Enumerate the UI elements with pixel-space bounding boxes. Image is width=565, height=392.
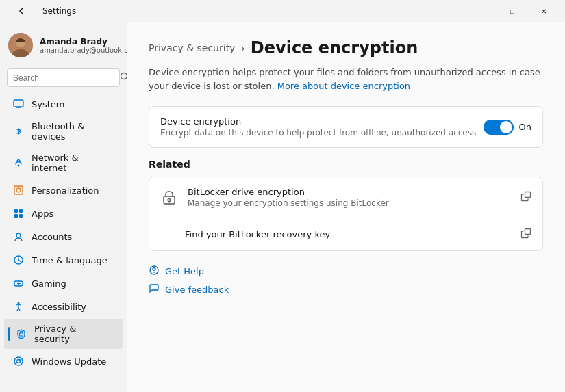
minimize-button[interactable]: — xyxy=(465,0,497,22)
sidebar-label-network: Network & internet xyxy=(32,153,114,173)
svg-point-33 xyxy=(153,272,155,273)
search-input[interactable] xyxy=(13,73,116,83)
device-encryption-card: Device encryption Encrypt data on this d… xyxy=(149,106,543,148)
apps-icon xyxy=(12,207,25,220)
personalization-icon xyxy=(12,184,25,196)
main-content: Privacy & security › Device encryption D… xyxy=(127,22,565,392)
recovery-key-title: Find your BitLocker recovery key xyxy=(185,229,330,239)
back-button[interactable] xyxy=(5,0,37,22)
close-button[interactable]: ✕ xyxy=(528,0,560,22)
svg-rect-14 xyxy=(14,214,18,218)
page-description: Device encryption helps protect your fil… xyxy=(149,66,543,92)
sidebar-item-accounts[interactable]: Accounts xyxy=(4,226,123,248)
get-help-icon xyxy=(149,265,160,278)
sidebar-item-accessibility[interactable]: Accessibility xyxy=(4,296,123,317)
sidebar-label-accessibility: Accessibility xyxy=(32,302,86,312)
svg-point-23 xyxy=(20,283,21,285)
maximize-button[interactable]: □ xyxy=(497,0,528,22)
toggle-thumb xyxy=(500,121,512,133)
breadcrumb-arrow: › xyxy=(240,42,244,55)
svg-point-4 xyxy=(121,73,127,79)
svg-line-19 xyxy=(18,260,21,261)
svg-rect-15 xyxy=(19,214,23,218)
svg-rect-6 xyxy=(14,100,23,107)
gaming-icon xyxy=(12,277,25,289)
toggle-label: On xyxy=(519,122,531,132)
active-indicator xyxy=(8,327,10,341)
recovery-key-info: Find your BitLocker recovery key xyxy=(160,229,330,239)
bluetooth-icon xyxy=(12,125,25,138)
user-profile[interactable]: Amanda Brady amanda.brady@outlook.com xyxy=(0,27,127,68)
user-email: amanda.brady@outlook.com xyxy=(40,47,127,54)
recovery-key-external-icon xyxy=(520,228,531,241)
svg-point-11 xyxy=(16,188,21,192)
breadcrumb-parent[interactable]: Privacy & security xyxy=(149,42,235,53)
bitlocker-title: BitLocker drive encryption xyxy=(188,187,389,197)
svg-rect-31 xyxy=(525,229,531,235)
toggle-track[interactable] xyxy=(484,120,514,135)
recovery-key-left: Find your BitLocker recovery key xyxy=(160,229,330,239)
related-card: BitLocker drive encryption Manage your e… xyxy=(149,177,543,251)
privacy-icon xyxy=(15,328,27,340)
sidebar-item-network[interactable]: Network & internet xyxy=(4,148,123,178)
sidebar-label-gaming: Gaming xyxy=(32,278,66,289)
sidebar-label-system: System xyxy=(32,99,64,109)
sidebar-item-apps[interactable]: Apps xyxy=(4,202,123,224)
sidebar-item-time[interactable]: Time & language xyxy=(4,249,123,271)
sidebar-label-windows-update: Windows Update xyxy=(32,356,106,367)
sidebar-label-bluetooth: Bluetooth & devices xyxy=(32,121,114,142)
give-feedback-link[interactable]: Give feedback xyxy=(149,280,543,299)
bitlocker-desc: Manage your encryption settings using Bi… xyxy=(188,198,389,208)
system-icon xyxy=(12,98,25,110)
app-title: Settings xyxy=(42,6,76,16)
search-box[interactable] xyxy=(7,68,120,87)
get-help-label: Get Help xyxy=(165,266,204,276)
svg-rect-13 xyxy=(19,209,23,213)
time-icon xyxy=(12,254,25,266)
sidebar-item-gaming[interactable]: Gaming xyxy=(4,272,123,294)
window-controls: — □ ✕ xyxy=(465,0,560,22)
bitlocker-item[interactable]: BitLocker drive encryption Manage your e… xyxy=(149,177,542,218)
sidebar-label-accounts: Accounts xyxy=(32,232,72,242)
get-help-link[interactable]: Get Help xyxy=(149,262,543,280)
give-feedback-icon xyxy=(149,283,160,296)
svg-rect-30 xyxy=(525,192,531,198)
sidebar-label-personalization: Personalization xyxy=(32,185,99,196)
user-name: Amanda Brady xyxy=(40,37,127,47)
accessibility-icon xyxy=(12,300,25,313)
sidebar-item-privacy[interactable]: Privacy & security xyxy=(4,319,123,349)
sidebar-item-system[interactable]: System xyxy=(4,93,123,115)
svg-rect-10 xyxy=(14,186,23,194)
update-icon xyxy=(12,355,25,367)
device-encryption-row: Device encryption Encrypt data on this d… xyxy=(149,107,542,147)
search-icon xyxy=(120,72,127,83)
network-icon xyxy=(12,157,25,169)
bitlocker-icon xyxy=(160,188,179,207)
device-encryption-title: Device encryption xyxy=(160,116,476,127)
more-info-link[interactable]: More about device encryption xyxy=(277,81,410,91)
svg-point-24 xyxy=(18,302,20,304)
device-encryption-desc: Encrypt data on this device to help prot… xyxy=(160,128,476,138)
sidebar: Amanda Brady amanda.brady@outlook.com Sy… xyxy=(0,22,127,392)
sidebar-label-apps: Apps xyxy=(32,209,53,219)
breadcrumb: Privacy & security › Device encryption xyxy=(149,38,543,57)
title-bar: Settings — □ ✕ xyxy=(0,0,565,22)
svg-point-26 xyxy=(14,357,23,365)
svg-point-9 xyxy=(18,165,20,167)
breadcrumb-current: Device encryption xyxy=(251,38,418,57)
accounts-icon xyxy=(12,231,25,243)
sidebar-label-time: Time & language xyxy=(32,255,108,265)
svg-point-16 xyxy=(16,233,21,237)
sidebar-item-bluetooth[interactable]: Bluetooth & devices xyxy=(4,116,123,146)
recovery-key-item[interactable]: Find your BitLocker recovery key xyxy=(149,218,542,250)
bitlocker-info: BitLocker drive encryption Manage your e… xyxy=(188,187,389,208)
user-info: Amanda Brady amanda.brady@outlook.com xyxy=(40,37,127,54)
sidebar-item-windows-update[interactable]: Windows Update xyxy=(4,350,123,372)
sidebar-item-personalization[interactable]: Personalization xyxy=(4,179,123,201)
related-section-title: Related xyxy=(149,159,543,170)
device-encryption-toggle[interactable]: On xyxy=(484,120,531,135)
svg-rect-12 xyxy=(14,209,18,213)
sidebar-label-privacy: Privacy & security xyxy=(34,324,114,344)
give-feedback-label: Give feedback xyxy=(165,285,229,295)
svg-rect-25 xyxy=(19,333,23,336)
